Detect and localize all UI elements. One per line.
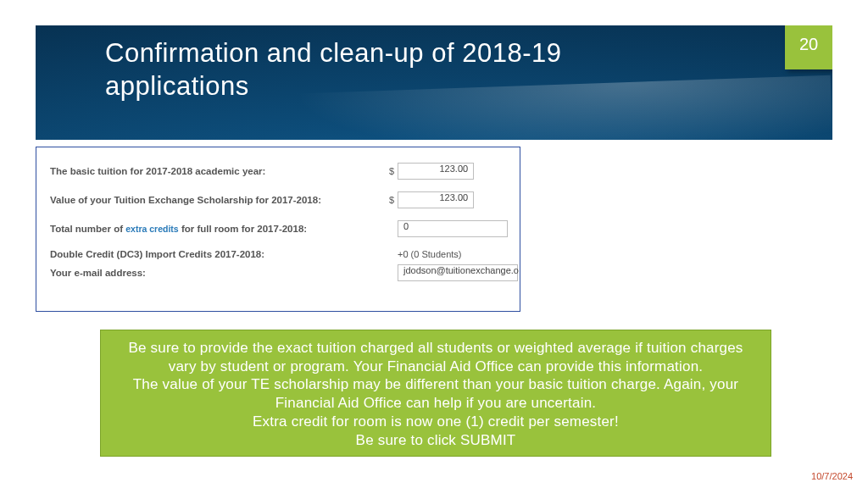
extra-credits-label: Total number of extra credits for full r… <box>50 224 389 234</box>
currency-symbol: $ <box>389 166 394 176</box>
scholarship-label: Value of your Tuition Exchange Scholarsh… <box>50 195 389 205</box>
extra-credits-input[interactable]: 0 <box>398 220 508 237</box>
page-title: Confirmation and clean-up of 2018-19 app… <box>105 37 698 103</box>
footer-date: 10/7/2024 <box>811 471 853 481</box>
callout-line-2: The value of your TE scholarship may be … <box>113 375 759 413</box>
slide-header: Confirmation and clean-up of 2018-19 app… <box>36 25 832 140</box>
row-extra-credits: Total number of extra credits for full r… <box>50 220 506 237</box>
row-basic-tuition: The basic tuition for 2017-2018 academic… <box>50 163 506 180</box>
form-panel: The basic tuition for 2017-2018 academic… <box>36 147 520 312</box>
page-number-badge: 20 <box>785 25 832 69</box>
tuition-input[interactable]: 123.00 <box>398 163 474 180</box>
instruction-callout: Be sure to provide the exact tuition cha… <box>100 330 771 457</box>
row-dc3: Double Credit (DC3) Import Credits 2017-… <box>50 249 506 259</box>
currency-symbol: $ <box>389 195 394 205</box>
dc3-value: +0 (0 Students) <box>398 249 462 259</box>
dc3-label: Double Credit (DC3) Import Credits 2017-… <box>50 249 389 259</box>
callout-line-4: Be sure to click SUBMIT <box>113 431 759 450</box>
extra-credits-link[interactable]: extra credits <box>125 224 178 234</box>
callout-line-3: Extra credit for room is now one (1) cre… <box>113 413 759 431</box>
extra-credits-label-post: for full room for 2017-2018: <box>179 224 307 234</box>
scholarship-input[interactable]: 123.00 <box>398 191 474 208</box>
extra-credits-label-pre: Total number of <box>50 224 125 234</box>
email-input[interactable]: jdodson@tuitionexchange.o <box>398 264 518 281</box>
row-scholarship-value: Value of your Tuition Exchange Scholarsh… <box>50 191 506 208</box>
callout-line-1: Be sure to provide the exact tuition cha… <box>113 339 759 376</box>
email-label: Your e-mail address: <box>50 268 389 278</box>
row-email: Your e-mail address: jdodson@tuitionexch… <box>50 264 506 281</box>
tuition-label: The basic tuition for 2017-2018 academic… <box>50 166 389 176</box>
